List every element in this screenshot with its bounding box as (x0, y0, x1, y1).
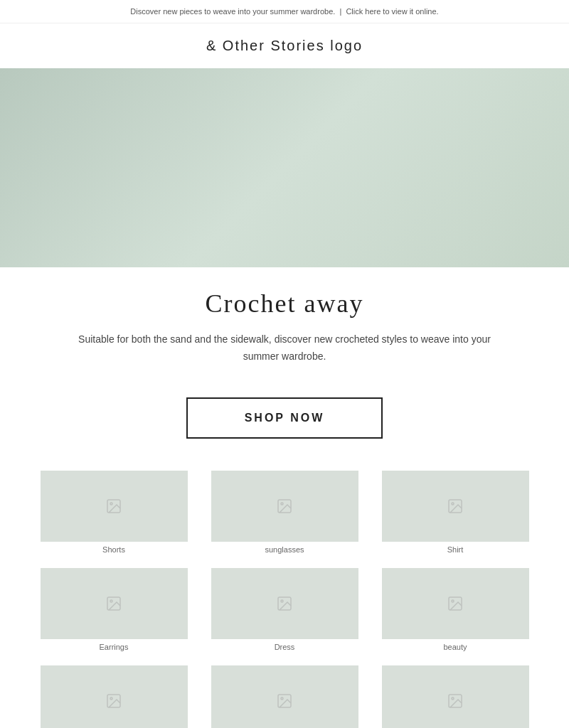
top-bar-text: Discover new pieces to weave into your s… (130, 7, 438, 16)
product-row-1: Shorts sunglasses Shirt (28, 467, 541, 557)
shop-now-button-1[interactable]: SHOP NOW (186, 397, 383, 439)
product-img-shoes (211, 665, 358, 728)
product-img-sunglasses (211, 471, 358, 542)
product-grid: Shorts sunglasses Shirt (0, 460, 569, 728)
svg-point-5 (452, 503, 454, 505)
product-cell-shirt: Shirt (370, 467, 541, 557)
view-online-link[interactable]: Click here to view it online. (346, 7, 438, 16)
logo-text: & Other Stories (206, 38, 325, 53)
product-cell-shoes: shoes (199, 662, 370, 728)
svg-point-15 (281, 697, 283, 700)
product-cell-shorts: Shorts (28, 467, 199, 557)
svg-point-1 (110, 503, 112, 505)
product-cell-beauty: beauty (370, 564, 541, 655)
product-img-dress-3 (382, 665, 529, 728)
headline-subtitle: Suitable for both the sand and the sidew… (78, 331, 491, 365)
product-label-beauty: beauty (373, 643, 537, 651)
svg-point-9 (281, 600, 283, 602)
product-cell-earrings: Earrings (28, 564, 199, 655)
svg-point-13 (110, 697, 112, 700)
shop-btn-wrapper-1: SHOP NOW (0, 390, 569, 460)
page-title: Crochet away (28, 289, 541, 318)
broken-img-shorts (41, 471, 188, 542)
product-img-dress-2 (211, 568, 358, 639)
product-row-2: Earrings Dress beauty (28, 564, 541, 655)
svg-point-11 (452, 600, 454, 602)
product-label-sunglasses: sunglasses (203, 545, 366, 554)
product-cell-sunglasses: sunglasses (199, 467, 370, 557)
headline-section: Crochet away Suitable for both the sand … (0, 267, 569, 390)
product-cell-dress-3: Dress (370, 662, 541, 728)
svg-point-7 (110, 600, 112, 602)
email-container: Discover new pieces to weave into your s… (0, 0, 569, 728)
product-row-3: skirt shoes Dress (28, 662, 541, 728)
hero-image (0, 68, 569, 267)
logo-area: & Other Stories logo (0, 23, 569, 68)
top-bar: Discover new pieces to weave into your s… (0, 0, 569, 23)
product-label-shorts: Shorts (32, 545, 196, 554)
product-cell-dress-2: Dress (199, 564, 370, 655)
product-img-beauty (382, 568, 529, 639)
product-label-earrings: Earrings (32, 643, 196, 651)
product-img-shirt (382, 471, 529, 542)
product-img-earrings (41, 568, 188, 639)
product-label-shirt: Shirt (373, 545, 537, 554)
product-img-shorts (41, 471, 188, 542)
svg-point-3 (281, 503, 283, 505)
product-cell-skirt: skirt (28, 662, 199, 728)
product-label-dress-2: Dress (203, 643, 366, 651)
product-img-skirt (41, 665, 188, 728)
svg-point-17 (452, 697, 454, 700)
